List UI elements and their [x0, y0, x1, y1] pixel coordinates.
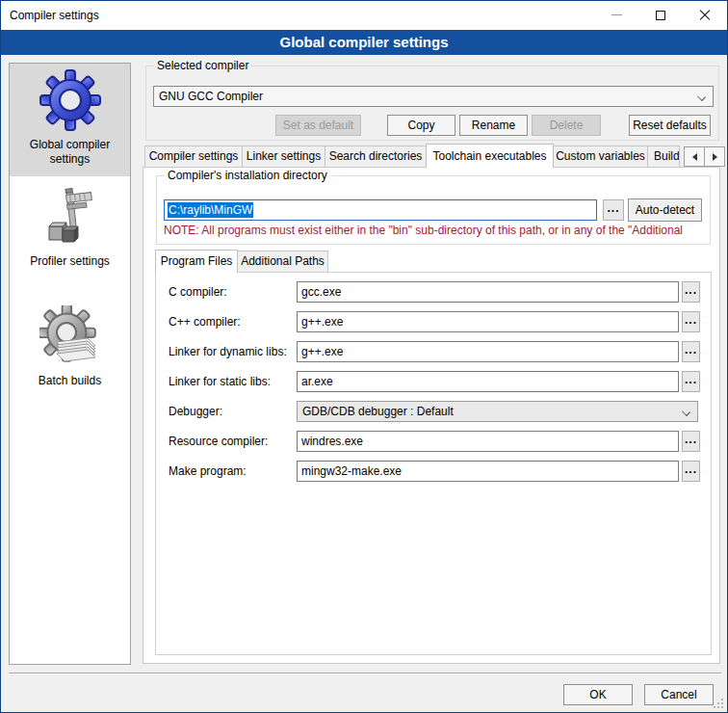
cpp-compiler-input[interactable] [297, 311, 679, 332]
settings-category-list: Global compiler settings [9, 63, 131, 665]
reset-defaults-button[interactable]: Reset defaults [629, 115, 711, 136]
selected-compiler-group: Selected compiler GNU GCC Compiler Set a… [145, 66, 719, 141]
tab-scroll-right-button[interactable] [704, 146, 725, 167]
minimize-icon [611, 14, 622, 15]
group-legend: Selected compiler [154, 59, 251, 72]
arrow-left-icon [692, 153, 697, 161]
auto-detect-button[interactable]: Auto-detect [628, 198, 702, 222]
sidebar-item-profiler-settings[interactable]: Profiler settings [10, 176, 130, 284]
tab-scroll-arrows [684, 146, 724, 167]
static-linker-label: Linker for static libs: [169, 375, 271, 390]
tab-build-options[interactable]: Build options [647, 145, 680, 167]
make-program-browse-button[interactable]: ... [682, 461, 700, 482]
maximize-icon [656, 11, 665, 20]
browse-directory-button[interactable]: ... [603, 199, 624, 221]
set-as-default-button[interactable]: Set as default [275, 115, 361, 136]
sidebar-item-global-compiler-settings[interactable]: Global compiler settings [10, 64, 130, 176]
tab-toolchain-executables[interactable]: Toolchain executables [426, 144, 554, 168]
close-icon [699, 10, 711, 21]
program-tabs: Program Files Additional Paths [155, 250, 327, 272]
toolchain-executables-page: Compiler's installation directory C:\ray… [143, 167, 720, 664]
ok-button[interactable]: OK [563, 684, 633, 705]
group-legend: Compiler's installation directory [165, 169, 330, 182]
debugger-select-value: GDB/CDB debugger : Default [302, 405, 454, 418]
arrow-right-icon [713, 153, 717, 161]
c-compiler-browse-button[interactable]: ... [682, 281, 700, 303]
selected-text: C:\raylib\MinGW [168, 202, 253, 218]
make-program-label: Make program: [169, 464, 247, 480]
window-title: Compiler settings [10, 9, 99, 22]
installation-directory-input[interactable]: C:\raylib\MinGW [164, 199, 597, 221]
compiler-select[interactable]: GNU GCC Compiler [153, 86, 714, 107]
resource-compiler-label: Resource compiler: [169, 435, 268, 450]
footer-divider [9, 673, 721, 674]
installation-directory-group: Compiler's installation directory C:\ray… [156, 175, 711, 245]
copy-button[interactable]: Copy [387, 115, 455, 136]
resource-compiler-browse-button[interactable]: ... [682, 431, 700, 452]
static-linker-input[interactable] [297, 371, 679, 392]
tab-scroll-left-button[interactable] [684, 146, 705, 167]
close-button[interactable] [683, 1, 727, 29]
dynamic-linker-input[interactable] [297, 341, 679, 362]
chevron-down-icon [682, 408, 690, 416]
gear-blue-icon [39, 69, 101, 134]
bin-subdirectory-note: NOTE: All programs must exist either in … [164, 224, 708, 237]
rename-button[interactable]: Rename [459, 115, 528, 136]
dynamic-linker-label: Linker for dynamic libs: [169, 345, 287, 360]
tab-search-directories[interactable]: Search directories [325, 145, 427, 167]
compiler-settings-dialog: Compiler settings Global compiler settin… [0, 0, 728, 713]
gear-gray-stack-icon [39, 305, 101, 370]
dialog-body: Global compiler settings [1, 55, 727, 712]
sidebar-item-label: Batch builds [35, 374, 105, 388]
resize-grip[interactable] [713, 698, 723, 708]
minimize-button[interactable] [594, 1, 638, 29]
delete-button[interactable]: Delete [532, 115, 601, 136]
resource-compiler-input[interactable] [297, 431, 679, 452]
tab-linker-settings[interactable]: Linker settings [242, 145, 325, 167]
tab-custom-variables[interactable]: Custom variables [553, 145, 648, 167]
sidebar-item-batch-builds[interactable]: Batch builds [10, 300, 130, 420]
debugger-label: Debugger: [169, 405, 222, 420]
cancel-button[interactable]: Cancel [644, 684, 714, 705]
titlebar[interactable]: Compiler settings [1, 1, 727, 30]
debugger-select[interactable]: GDB/CDB debugger : Default [297, 401, 698, 422]
static-linker-browse-button[interactable]: ... [682, 371, 700, 392]
maximize-button[interactable] [638, 1, 683, 29]
cpp-compiler-label: C++ compiler: [169, 315, 241, 330]
settings-tabstrip: Compiler settings Linker settings Search… [144, 145, 679, 167]
caliper-icon [39, 186, 101, 251]
tab-compiler-settings[interactable]: Compiler settings [144, 145, 243, 167]
sidebar-item-label: Profiler settings [26, 254, 114, 269]
cpp-compiler-browse-button[interactable]: ... [682, 311, 700, 332]
sidebar-item-label: Global compiler settings [10, 138, 130, 167]
tab-program-files[interactable]: Program Files [155, 250, 238, 273]
chevron-down-icon [697, 92, 706, 101]
dynamic-linker-browse-button[interactable]: ... [682, 341, 700, 362]
dialog-banner: Global compiler settings [1, 30, 727, 55]
make-program-input[interactable] [297, 461, 679, 482]
c-compiler-label: C compiler: [169, 285, 227, 301]
tab-additional-paths[interactable]: Additional Paths [237, 251, 328, 272]
compiler-select-value: GNU GCC Compiler [159, 90, 263, 103]
program-files-page: C compiler: ... C++ compiler: ... Linker… [155, 272, 712, 655]
c-compiler-input[interactable] [297, 281, 679, 303]
